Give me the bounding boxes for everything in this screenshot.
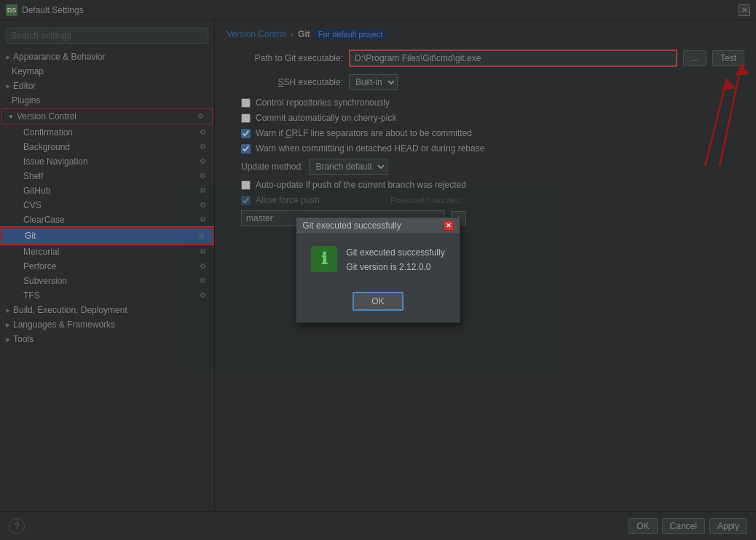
modal-footer: OK [296,286,459,322]
modal-message: Git executed successfully Git version is… [346,246,444,274]
modal-success-icon: ℹ [311,246,337,272]
modal-overlay: Git executed successfully ✕ ℹ Git execut… [0,0,756,540]
modal-dialog: Git executed successfully ✕ ℹ Git execut… [296,217,460,322]
modal-message-line1: Git executed successfully [346,246,444,260]
modal-title: Git executed successfully [302,221,401,231]
modal-body: ℹ Git executed successfully Git version … [296,234,459,285]
modal-ok-button[interactable]: OK [353,292,403,311]
modal-titlebar: Git executed successfully ✕ [296,218,459,234]
info-icon: ℹ [321,250,327,269]
modal-message-line2: Git version is 2.12.0.0 [346,261,444,274]
modal-close-button[interactable]: ✕ [444,221,454,231]
